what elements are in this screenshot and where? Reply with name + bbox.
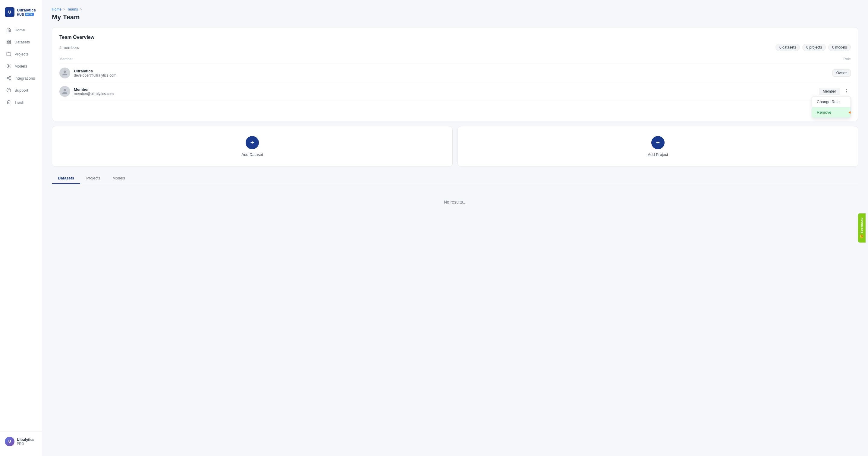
user-info: U Ultralytics PRO xyxy=(5,437,37,446)
sidebar-item-home[interactable]: Home xyxy=(2,24,39,36)
sidebar-item-home-label: Home xyxy=(14,28,25,32)
members-count: 2 members xyxy=(59,45,79,50)
sidebar-item-support-label: Support xyxy=(14,88,28,93)
tab-datasets[interactable]: Datasets xyxy=(52,173,80,184)
tabs: Datasets Projects Models xyxy=(52,173,858,184)
role-badge-1: Owner xyxy=(832,69,851,77)
sidebar-item-trash-label: Trash xyxy=(14,100,24,105)
member-name-2: Member xyxy=(74,87,114,92)
member-dropdown-menu: Change Role Remove xyxy=(812,96,851,118)
stat-datasets: 0 datasets xyxy=(775,44,800,51)
datasets-icon xyxy=(6,39,11,45)
add-project-card[interactable]: + Add Project xyxy=(458,126,858,167)
sidebar-item-models[interactable]: Models xyxy=(2,60,39,72)
projects-icon xyxy=(6,51,11,57)
svg-point-7 xyxy=(9,79,10,80)
svg-point-4 xyxy=(8,65,9,67)
integrations-icon xyxy=(6,76,11,81)
logo-icon: U xyxy=(5,7,14,17)
breadcrumb-sep-1: > xyxy=(63,7,65,11)
logo-hub: HUB xyxy=(17,13,24,16)
more-options-button[interactable]: ⋮ xyxy=(842,87,851,95)
team-header: 2 members 0 datasets 0 projects 0 models xyxy=(59,44,851,51)
tab-models[interactable]: Models xyxy=(106,173,131,184)
stat-projects: 0 projects xyxy=(802,44,826,51)
change-role-item[interactable]: Change Role xyxy=(812,96,850,107)
member-details-1: Ultralytics developer@ultralytics.com xyxy=(74,69,116,78)
user-details: Ultralytics PRO xyxy=(17,437,34,446)
action-cards: + Add Dataset + Add Project xyxy=(52,126,858,167)
team-overview-card: Team Overview 2 members 0 datasets 0 pro… xyxy=(52,27,858,121)
feedback-button[interactable]: 😊 Feedback xyxy=(858,213,866,243)
table-row: Ultralytics developer@ultralytics.com Ow… xyxy=(59,64,851,82)
member-info-2: Member member@ultralytics.com xyxy=(59,86,114,97)
add-dataset-plus-icon: + xyxy=(246,136,259,149)
stats-badges: 0 datasets 0 projects 0 models xyxy=(775,44,851,51)
avatar: U xyxy=(5,437,14,446)
sidebar-nav: Home Datasets Projects Models Integratio… xyxy=(0,24,42,432)
sidebar-item-projects[interactable]: Projects xyxy=(2,48,39,60)
col-member: Member xyxy=(59,57,73,61)
tab-projects[interactable]: Projects xyxy=(80,173,106,184)
user-plan: PRO xyxy=(17,442,34,446)
add-dataset-card[interactable]: + Add Dataset xyxy=(52,126,453,167)
svg-point-6 xyxy=(7,78,8,79)
sidebar-item-projects-label: Projects xyxy=(14,52,29,56)
trash-icon xyxy=(6,99,11,105)
sidebar-item-datasets[interactable]: Datasets xyxy=(2,36,39,48)
breadcrumb-home[interactable]: Home xyxy=(52,7,61,11)
member-email-1: developer@ultralytics.com xyxy=(74,73,116,78)
member-avatar-2 xyxy=(59,86,70,97)
logo-name: Ultralytics xyxy=(17,8,36,12)
svg-line-9 xyxy=(8,77,10,78)
svg-point-5 xyxy=(9,76,10,77)
no-results: No results... xyxy=(52,190,858,214)
member-avatar-1 xyxy=(59,67,70,78)
sidebar-item-datasets-label: Datasets xyxy=(14,40,30,44)
svg-rect-0 xyxy=(7,40,8,41)
add-project-plus-icon: + xyxy=(651,136,664,149)
sidebar-item-trash[interactable]: Trash xyxy=(2,96,39,108)
home-icon xyxy=(6,27,11,33)
col-role: Role xyxy=(843,57,851,61)
sidebar-item-support[interactable]: Support xyxy=(2,84,39,96)
add-dataset-label: Add Dataset xyxy=(241,152,263,157)
table-row: Member member@ultralytics.com Member ⋮ C… xyxy=(59,82,851,101)
sidebar-bottom: U Ultralytics PRO xyxy=(0,432,42,451)
feedback-icon: 😊 xyxy=(860,234,864,238)
member-role-area-2: Member ⋮ Change Role Remove xyxy=(819,87,851,95)
breadcrumb-sep-2: > xyxy=(80,7,82,11)
stat-models: 0 models xyxy=(828,44,851,51)
table-header: Member Role xyxy=(59,57,851,64)
members-table: Member Role Ultralytics developer@ultral… xyxy=(59,57,851,101)
sidebar-item-integrations[interactable]: Integrations xyxy=(2,73,39,84)
breadcrumb: Home > Teams > xyxy=(52,7,858,11)
member-name-1: Ultralytics xyxy=(74,69,116,73)
svg-rect-3 xyxy=(9,42,10,44)
member-info-1: Ultralytics developer@ultralytics.com xyxy=(59,67,116,78)
support-icon xyxy=(6,87,11,93)
page-title: My Team xyxy=(52,13,858,21)
arrow-head xyxy=(848,110,851,115)
svg-rect-2 xyxy=(7,42,8,44)
card-title: Team Overview xyxy=(59,35,851,40)
svg-rect-1 xyxy=(9,40,10,41)
logo: U Ultralytics HUB BETA xyxy=(0,5,42,24)
user-name: Ultralytics xyxy=(17,437,34,442)
role-badge-2: Member xyxy=(819,88,840,95)
breadcrumb-teams[interactable]: Teams xyxy=(67,7,78,11)
sidebar-item-integrations-label: Integrations xyxy=(14,76,35,81)
add-project-label: Add Project xyxy=(648,152,668,157)
sidebar-item-models-label: Models xyxy=(14,64,27,68)
member-email-2: member@ultralytics.com xyxy=(74,92,114,96)
member-role-area-1: Owner xyxy=(832,69,851,77)
feedback-label: Feedback xyxy=(860,218,864,233)
main-content: Home > Teams > My Team Team Overview 2 m… xyxy=(42,0,868,456)
sidebar: U Ultralytics HUB BETA Home Datasets xyxy=(0,0,42,456)
svg-line-8 xyxy=(8,78,10,79)
arrow-annotation xyxy=(849,110,851,115)
remove-member-item[interactable]: Remove xyxy=(812,107,850,118)
logo-beta: BETA xyxy=(25,13,34,16)
models-icon xyxy=(6,63,11,69)
member-details-2: Member member@ultralytics.com xyxy=(74,87,114,96)
